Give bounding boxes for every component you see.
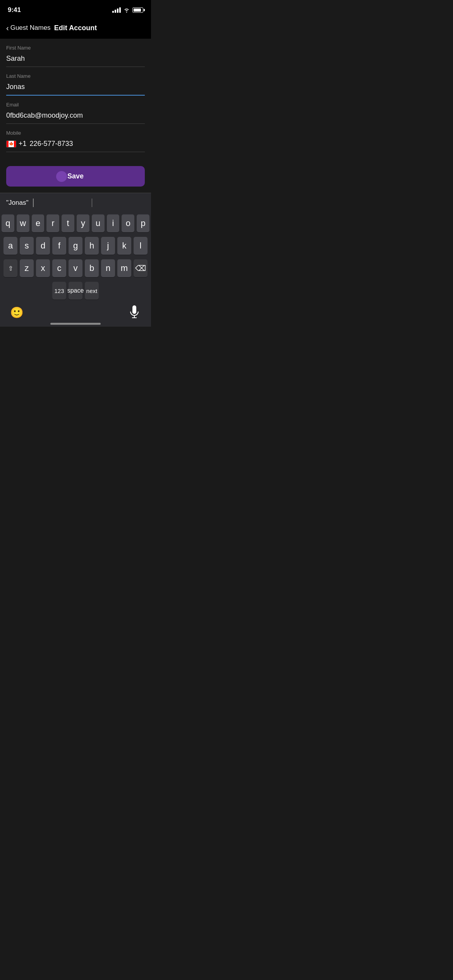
save-btn-wrap: Save — [0, 160, 151, 193]
country-selector[interactable]: 🍁 +1 — [6, 140, 27, 152]
svg-rect-0 — [132, 305, 136, 314]
key-q[interactable]: q — [2, 214, 14, 232]
last-name-input[interactable] — [6, 81, 145, 96]
home-indicator — [50, 323, 101, 325]
mic-button[interactable] — [127, 305, 142, 320]
key-y[interactable]: y — [77, 214, 89, 232]
emoji-button[interactable]: 🙂 — [9, 305, 24, 320]
suggestion-jonas[interactable]: "Jonas" — [6, 199, 28, 207]
email-group: Email — [6, 102, 145, 130]
ripple-effect — [56, 171, 67, 182]
key-n[interactable]: n — [101, 259, 115, 277]
key-p[interactable]: p — [137, 214, 149, 232]
key-f[interactable]: f — [52, 237, 66, 255]
keyboard-suggestion-bar: "Jonas" — [0, 193, 151, 212]
key-c[interactable]: c — [52, 259, 66, 277]
nav-bar: ‹ Guest Names Edit Account — [0, 19, 151, 39]
key-u[interactable]: u — [92, 214, 105, 232]
email-input[interactable] — [6, 109, 145, 124]
back-button[interactable]: ‹ Guest Names — [6, 24, 51, 32]
wifi-icon — [123, 7, 130, 13]
save-button[interactable]: Save — [6, 166, 145, 187]
keyboard-row-1: q w e r t y u i o p — [0, 212, 151, 235]
key-d[interactable]: d — [36, 237, 50, 255]
phone-row: 🍁 +1 — [6, 137, 145, 152]
keyboard-row-3: ⇧ z x c v b n m ⌫ — [0, 257, 151, 279]
last-name-group: Last Name — [6, 73, 145, 102]
key-r[interactable]: r — [46, 214, 59, 232]
cursor-line-2 — [92, 199, 93, 207]
status-time: 9:41 — [8, 6, 21, 14]
key-x[interactable]: x — [36, 259, 50, 277]
status-icons — [112, 7, 143, 13]
key-v[interactable]: v — [69, 259, 82, 277]
keyboard-row-4: 123 space next — [0, 279, 151, 302]
country-code: +1 — [19, 140, 27, 148]
key-o[interactable]: o — [122, 214, 134, 232]
first-name-label: First Name — [6, 45, 145, 51]
key-t[interactable]: t — [62, 214, 74, 232]
back-chevron-icon: ‹ — [6, 24, 9, 32]
mobile-label: Mobile — [6, 130, 145, 136]
key-l[interactable]: l — [134, 237, 148, 255]
key-m[interactable]: m — [117, 259, 131, 277]
suggestion-dividers — [33, 199, 92, 207]
shift-key[interactable]: ⇧ — [3, 259, 17, 277]
key-e[interactable]: e — [32, 214, 45, 232]
phone-group: Mobile 🍁 +1 — [6, 130, 145, 152]
email-label: Email — [6, 102, 145, 108]
backspace-key[interactable]: ⌫ — [134, 259, 148, 277]
phone-input[interactable] — [30, 137, 145, 152]
home-indicator-wrap — [0, 321, 151, 327]
keyboard: q w e r t y u i o p a s d f g h j k l ⇧ … — [0, 212, 151, 302]
space-key[interactable]: space — [69, 282, 82, 300]
page-title: Edit Account — [54, 24, 97, 32]
back-label: Guest Names — [10, 24, 51, 32]
canada-flag-icon: 🍁 — [6, 140, 16, 147]
first-name-group: First Name — [6, 45, 145, 73]
numbers-key[interactable]: 123 — [52, 282, 66, 300]
last-name-label: Last Name — [6, 73, 145, 79]
key-j[interactable]: j — [101, 237, 115, 255]
form-section: First Name Last Name Email Mobile 🍁 +1 — [0, 39, 151, 152]
next-key[interactable]: next — [85, 282, 99, 300]
key-k[interactable]: k — [117, 237, 131, 255]
keyboard-bottom-bar: 🙂 — [0, 302, 151, 321]
key-h[interactable]: h — [85, 237, 99, 255]
keyboard-row-2: a s d f g h j k l — [0, 235, 151, 257]
key-s[interactable]: s — [20, 237, 34, 255]
key-i[interactable]: i — [107, 214, 120, 232]
key-w[interactable]: w — [17, 214, 29, 232]
first-name-input[interactable] — [6, 52, 145, 67]
battery-icon — [132, 7, 143, 13]
signal-icon — [112, 7, 121, 13]
key-b[interactable]: b — [85, 259, 99, 277]
cursor-line-1 — [33, 199, 34, 207]
key-z[interactable]: z — [20, 259, 34, 277]
key-a[interactable]: a — [3, 237, 17, 255]
key-g[interactable]: g — [69, 237, 82, 255]
save-button-label: Save — [67, 172, 84, 180]
status-bar: 9:41 — [0, 0, 151, 19]
